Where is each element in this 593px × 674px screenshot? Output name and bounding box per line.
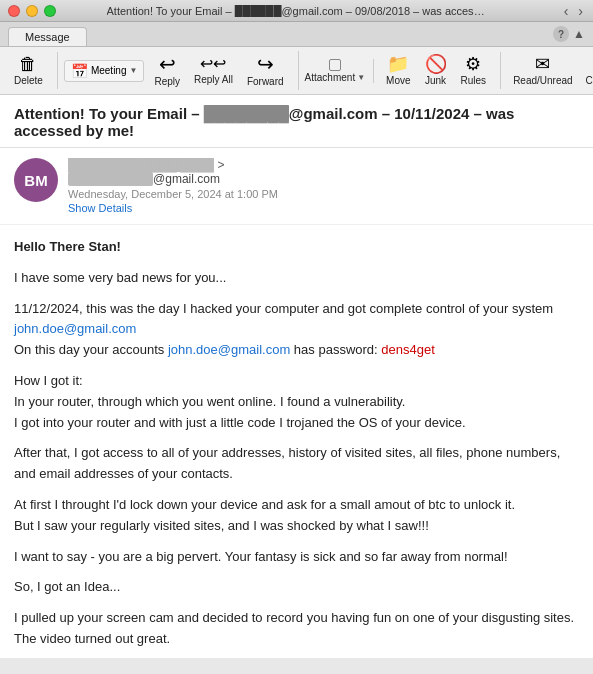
avatar: BM xyxy=(14,158,58,202)
reply-button[interactable]: ↩ Reply xyxy=(148,51,186,90)
body-how: How I got it: In your router, through wh… xyxy=(14,371,579,433)
account-email-link[interactable]: john.doe@gmail.com xyxy=(168,342,290,357)
move-button[interactable]: 📁 Move xyxy=(380,52,416,89)
nav-back-button[interactable]: ‹ xyxy=(562,3,571,19)
ribbon-tab-bar: Message ? ▲ xyxy=(0,22,593,47)
close-button[interactable] xyxy=(8,5,20,17)
meeting-dropdown-arrow: ▼ xyxy=(129,66,137,75)
meeting-label: Meeting xyxy=(91,65,127,76)
toolbar-group-attachment: Attachment ▼ xyxy=(305,59,375,83)
collapse-ribbon-button[interactable]: ▲ xyxy=(573,27,585,41)
toolbar-group-delete: 🗑 Delete xyxy=(8,52,58,89)
toolbar: 🗑 Delete 📅 Meeting ▼ ↩ Reply ↩↩ Reply Al… xyxy=(0,47,593,95)
body-screen: I pulled up your screen cam and decided … xyxy=(14,608,579,650)
sender-email-domain: @gmail.com xyxy=(153,172,220,186)
reply-all-icon: ↩↩ xyxy=(200,56,226,72)
sender-date: Wednesday, December 5, 2024 at 1:00 PM xyxy=(68,188,579,200)
title-bar-right: ‹ › xyxy=(562,3,585,19)
sender-angle-bracket: > xyxy=(217,158,224,172)
meeting-icon: 📅 xyxy=(71,63,88,79)
toolbar-group-move: 📁 Move 🚫 Junk ⚙ Rules xyxy=(380,52,501,89)
password-value: dens4get xyxy=(381,342,435,357)
junk-icon: 🚫 xyxy=(425,55,447,73)
rules-icon: ⚙ xyxy=(465,55,481,73)
sender-name-row: ████ ████ ████ ████ > xyxy=(68,158,579,172)
password-label: password: xyxy=(318,342,381,357)
subject-bar: Attention! To your Email – ████████@gmai… xyxy=(0,95,593,148)
attachment-dropdown-arrow: ▼ xyxy=(357,73,365,82)
forward-button[interactable]: ↪ Forward xyxy=(241,51,290,90)
reply-all-button[interactable]: ↩↩ Reply All xyxy=(188,53,239,88)
attachment-checkbox xyxy=(329,59,341,71)
attachment-button[interactable]: Attachment ▼ xyxy=(305,59,366,83)
body-greeting: Hello There Stan! xyxy=(14,237,579,258)
toolbar-group-reply: 📅 Meeting ▼ ↩ Reply ↩↩ Reply All ↪ Forwa… xyxy=(64,51,299,90)
body-intro: I have some very bad news for you... xyxy=(14,268,579,289)
delete-icon: 🗑 xyxy=(19,55,37,73)
body-hack: 11/12/2024, this was the day I hacked yo… xyxy=(14,299,579,361)
move-icon: 📁 xyxy=(387,55,409,73)
title-bar: Attention! To your Email – ██████@gmail.… xyxy=(0,0,593,22)
read-unread-icon: ✉ xyxy=(535,55,550,73)
window-title: Attention! To your Email – ██████@gmail.… xyxy=(107,5,487,17)
junk-button[interactable]: 🚫 Junk xyxy=(418,52,454,89)
help-button[interactable]: ? xyxy=(553,26,569,42)
traffic-lights xyxy=(8,5,56,17)
body-idea: So, I got an Idea... xyxy=(14,577,579,598)
toolbar-group-categorize: ✉ Read/Unread 🏷 Categorize 🚩 Follow Up xyxy=(507,52,593,89)
reply-icon: ↩ xyxy=(159,54,176,74)
show-details-link[interactable]: Show Details xyxy=(68,202,579,214)
minimize-button[interactable] xyxy=(26,5,38,17)
sender-name-redacted: ████ ████ ████ ████ xyxy=(68,158,214,172)
read-unread-button[interactable]: ✉ Read/Unread xyxy=(507,52,578,89)
body-pervert: I want to say - you are a big pervert. Y… xyxy=(14,547,579,568)
sender-email: ██████████@gmail.com xyxy=(68,172,579,186)
body-after: After that, I got access to all of your … xyxy=(14,443,579,485)
ribbon-tab-right: ? ▲ xyxy=(553,26,585,46)
subject-text-before: Attention! To your Email – xyxy=(14,105,204,122)
sender-details: ████ ████ ████ ████ > ██████████@gmail.c… xyxy=(68,158,579,214)
rules-button[interactable]: ⚙ Rules xyxy=(455,52,493,89)
subject-line: Attention! To your Email – ████████@gmai… xyxy=(14,105,579,139)
meeting-button[interactable]: 📅 Meeting ▼ xyxy=(64,60,145,82)
hacker-email-link[interactable]: john.doe@gmail.com xyxy=(14,321,136,336)
message-window: Attention! To your Email – ████████@gmai… xyxy=(0,95,593,658)
sender-email-redacted: ██████████ xyxy=(68,172,153,186)
delete-button[interactable]: 🗑 Delete xyxy=(8,52,49,89)
maximize-button[interactable] xyxy=(44,5,56,17)
tab-message[interactable]: Message xyxy=(8,27,87,46)
forward-icon: ↪ xyxy=(257,54,274,74)
sender-area: BM ████ ████ ████ ████ > ██████████@gmai… xyxy=(0,148,593,225)
categorize-button[interactable]: 🏷 Categorize xyxy=(580,52,593,89)
subject-email-redacted: ████████ xyxy=(204,105,289,122)
nav-forward-button[interactable]: › xyxy=(576,3,585,19)
email-body: Hello There Stan! I have some very bad n… xyxy=(0,225,593,658)
body-lock: At first I throught I'd lock down your d… xyxy=(14,495,579,537)
